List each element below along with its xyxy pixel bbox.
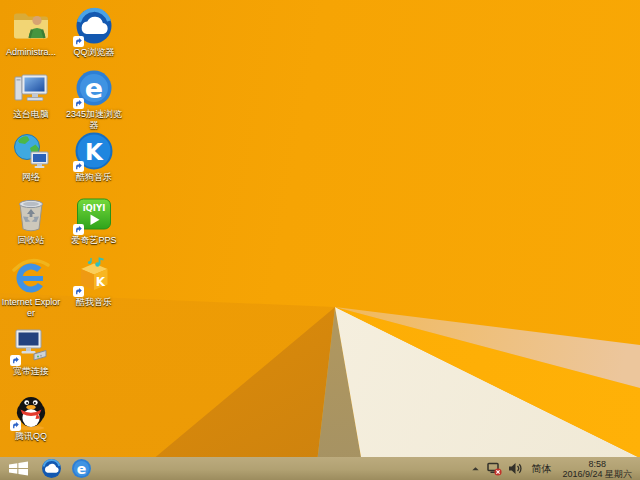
icon-label: 网络 bbox=[1, 172, 61, 183]
icon-label: 宽带连接 bbox=[1, 366, 61, 377]
clock-date: 2016/9/24 星期六 bbox=[562, 469, 632, 479]
volume-icon[interactable] bbox=[508, 462, 523, 475]
icon-label: 酷我音乐 bbox=[64, 297, 124, 308]
svg-text:K: K bbox=[96, 275, 106, 289]
svg-text:e: e bbox=[76, 461, 86, 477]
user-folder-icon bbox=[11, 6, 51, 46]
icon-label: QQ浏览器 bbox=[64, 47, 124, 58]
svg-text:e: e bbox=[85, 73, 103, 104]
start-button[interactable] bbox=[0, 457, 36, 480]
desktop-icon-qq-browser[interactable]: QQ浏览器 bbox=[64, 6, 124, 58]
desktop-icon-administrator[interactable]: Administra... bbox=[1, 6, 61, 58]
ime-indicator[interactable]: 简体 bbox=[529, 462, 553, 476]
shortcut-arrow-icon bbox=[10, 420, 21, 431]
icon-label: 酷狗音乐 bbox=[64, 172, 124, 183]
shortcut-arrow-icon bbox=[73, 161, 84, 172]
taskbar-qq-browser-button[interactable] bbox=[36, 457, 66, 480]
show-hidden-icons-button[interactable] bbox=[470, 463, 481, 474]
qq-browser-icon bbox=[41, 458, 62, 479]
desktop-icon-kugou-music[interactable]: K 酷狗音乐 bbox=[64, 131, 124, 183]
system-tray: 简体 8:58 2016/9/24 星期六 bbox=[470, 457, 640, 480]
taskbar-clock[interactable]: 8:58 2016/9/24 星期六 bbox=[559, 459, 635, 479]
clock-time: 8:58 bbox=[562, 459, 632, 469]
desktop-icon-tencent-qq[interactable]: 腾讯QQ bbox=[1, 390, 61, 442]
internet-explorer-icon bbox=[11, 256, 51, 296]
icon-label: 腾讯QQ bbox=[1, 431, 61, 442]
icon-label: 爱奇艺PPS bbox=[64, 235, 124, 246]
desktop-icon-this-pc[interactable]: 这台电脑 bbox=[1, 68, 61, 120]
desktop-icon-broadband-connection[interactable]: 宽带连接 bbox=[1, 325, 61, 377]
desktop-icon-network[interactable]: 网络 bbox=[1, 131, 61, 183]
shortcut-arrow-icon bbox=[73, 36, 84, 47]
shortcut-arrow-icon bbox=[73, 224, 84, 235]
recycle-bin-icon bbox=[11, 194, 51, 234]
taskbar-2345-browser-button[interactable]: e bbox=[66, 457, 96, 480]
svg-text:K: K bbox=[85, 139, 104, 165]
desktop-icon-kuwo-music[interactable]: K 酷我音乐 bbox=[64, 256, 124, 308]
desktop-icon-recycle-bin[interactable]: 回收站 bbox=[1, 194, 61, 246]
2345-browser-icon: e bbox=[71, 458, 92, 479]
desktop-icon-internet-explorer[interactable]: Internet Explorer bbox=[1, 256, 61, 319]
icon-label: Administra... bbox=[1, 47, 61, 58]
icon-label: 这台电脑 bbox=[1, 109, 61, 120]
desktop-icon-2345-browser[interactable]: e 2345加速浏览器 bbox=[64, 68, 124, 131]
windows-logo-icon bbox=[8, 461, 29, 476]
svg-text:iQIYI: iQIYI bbox=[83, 203, 106, 213]
network-icon bbox=[11, 131, 51, 171]
shortcut-arrow-icon bbox=[73, 98, 84, 109]
icon-label: 回收站 bbox=[1, 235, 61, 246]
network-status-icon[interactable] bbox=[487, 462, 502, 476]
desktop-icon-iqiyi-pps[interactable]: iQIYI 爱奇艺PPS bbox=[64, 194, 124, 246]
taskbar: e 简体 8:58 2016/9/24 星期六 bbox=[0, 457, 640, 480]
this-pc-icon bbox=[11, 68, 51, 108]
icon-label: 2345加速浏览器 bbox=[64, 109, 124, 131]
icon-label: Internet Explorer bbox=[1, 297, 61, 319]
shortcut-arrow-icon bbox=[10, 355, 21, 366]
shortcut-arrow-icon bbox=[73, 286, 84, 297]
